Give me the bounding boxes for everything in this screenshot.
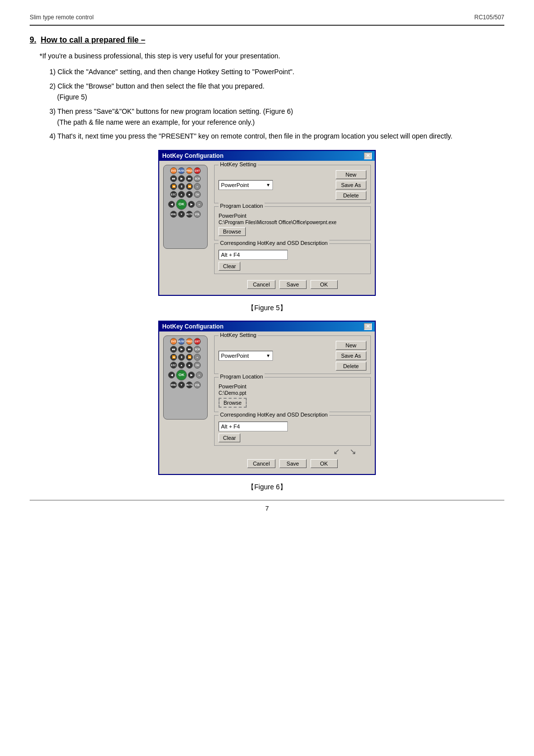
remote-esc-btn: ESC [170, 191, 177, 198]
figure6-delete-button[interactable]: Delete [336, 362, 366, 371]
figure6-save-button[interactable]: Save [279, 459, 307, 468]
remote-ok-btn: OK [176, 199, 187, 210]
page-header: Slim type remote control RC105/507 [30, 10, 504, 26]
remote2-next-btn: ⏭ [186, 346, 193, 353]
figure5-footer: Cancel Save OK [214, 277, 371, 291]
remote2-right-btn: ▶ [188, 372, 195, 378]
figure6-wrapper: HotKey Configuration ✕ DVD MUSIC PRES EX… [30, 321, 504, 475]
remote-rew-btn: ⏪ [170, 183, 177, 190]
remote-pause-btn: ⏸ [178, 183, 185, 190]
remote2-rew-btn: ⏪ [170, 354, 177, 361]
remote-right-btn: ▶ [188, 201, 195, 208]
remote-row-6: MNU ▼ MUTE VOL [170, 211, 201, 218]
remote-row-1: DVD MUSIC PRES EXIT [170, 167, 201, 174]
figure5-corresponding-inner: Alt + F4 Clear [219, 250, 366, 271]
figure5-new-button[interactable]: New [336, 170, 366, 179]
remote2-esc-btn: ESC [170, 362, 177, 369]
figure6-program-name: PowerPoint [219, 383, 366, 389]
figure6-clear-button[interactable]: Clear [219, 433, 240, 442]
remote-present-btn: PRES [186, 167, 193, 174]
figure6-hotkey-row: PowerPoint ▼ New Save As Delete [219, 341, 366, 371]
arrow-down2-icon: ↘ [350, 447, 356, 456]
figure6-program-path: C:\Demo.ppt [219, 390, 366, 396]
figure5-program-label: Program Location [219, 203, 265, 209]
remote-graphic: DVD MUSIC PRES EXIT ⏮ ▶ ⏭ SCR [163, 165, 208, 249]
figure6-save-as-button[interactable]: Save As [336, 351, 366, 360]
figure6-dropdown[interactable]: PowerPoint ▼ [219, 351, 273, 361]
figure6-program-group: Program Location PowerPoint C:\Demo.ppt … [214, 377, 371, 412]
figure6-cancel-button[interactable]: Cancel [247, 459, 275, 468]
figure5-cancel-button[interactable]: Cancel [247, 280, 275, 289]
remote-music-btn: MUSIC [178, 167, 185, 174]
figure6-title: HotKey Configuration [162, 323, 223, 330]
step-4: 4) That's it, next time you press the "P… [49, 131, 504, 142]
remote-row-3: ⏪ ⏸ ⏩ + [170, 183, 201, 190]
figure6-hotkey-label: HotKey Setting [219, 332, 258, 338]
remote2-present-btn: PRES [186, 338, 193, 345]
remote-ch-btn: CH [194, 191, 201, 198]
figure5-ok-button[interactable]: OK [311, 280, 338, 289]
remote-zoom-btn: + [194, 183, 201, 190]
figure5-title: HotKey Configuration [162, 152, 223, 159]
remote-dvd-btn: DVD [170, 167, 177, 174]
step-3: 3) Then press "Save"&"OK" buttons for ne… [49, 106, 504, 128]
steps-list: 1) Click the "Advance" setting, and then… [49, 66, 504, 142]
remote-vol-btn: VOL [194, 211, 201, 218]
remote-left-btn: ◀ [168, 201, 175, 208]
remote-play-btn: ▶ [178, 175, 185, 182]
remote2-blank-btn: ■ [186, 362, 193, 369]
figure5-close-button[interactable]: ✕ [364, 152, 372, 159]
remote2-row-5: ◀ OK ▶ + [168, 370, 203, 380]
figure5-label: 【Figure 5】 [30, 304, 504, 313]
figure5-browse-button[interactable]: Browse [219, 227, 246, 236]
figure5-program-group: Program Location PowerPoint C:\Program F… [214, 206, 371, 240]
figure5-dropdown[interactable]: PowerPoint ▼ [219, 180, 273, 190]
remote2-zoom2-btn: + [196, 372, 203, 378]
section-title-text: How to call a prepared file [41, 36, 138, 44]
figure5-body: DVD MUSIC PRES EXIT ⏮ ▶ ⏭ SCR [159, 161, 375, 295]
remote-blank-btn: ■ [186, 191, 193, 198]
figure6-browse-button[interactable]: Browse [219, 398, 247, 408]
figure5-save-as-button[interactable]: Save As [336, 181, 366, 189]
figure6-label: 【Figure 6】 [30, 483, 504, 492]
figure6-ok-button[interactable]: OK [311, 459, 338, 468]
figure5-hotkey-input[interactable]: Alt + F4 [219, 250, 288, 260]
remote-down-btn: ▼ [178, 211, 185, 218]
figure5-program-inner: PowerPoint C:\Program Files\Microsoft Of… [219, 213, 366, 237]
figure6-arrows: ↙ ↘ [214, 447, 356, 456]
figure5-save-button[interactable]: Save [279, 280, 307, 289]
remote2-row-6: MNU ▼ MUTE VOL [170, 381, 201, 388]
figure6-corresponding-label: Corresponding HotKey and OSD Description [219, 412, 329, 418]
remote-up-btn: ▲ [178, 191, 185, 198]
dropdown-arrow-icon: ▼ [266, 183, 270, 188]
remote-zoom2-btn: + [196, 201, 203, 208]
remote2-row-3: ⏪ ⏸ ⏩ + [170, 354, 201, 361]
remote2-ok-btn: OK [176, 370, 187, 380]
figure6-body: DVD MUSIC PRES EXIT ⏮ ▶ ⏭ SCR ⏪ [159, 331, 375, 474]
figure6-program-label: Program Location [219, 374, 265, 379]
remote-fwd-btn: ⏩ [186, 183, 193, 190]
intro-text: *If you're a business professional, this… [40, 50, 504, 61]
remote2-zoom-btn: + [194, 354, 201, 361]
figure6-hotkey-input[interactable]: Alt + F4 [219, 422, 288, 431]
remote2-dvd-btn: DVD [170, 338, 177, 345]
figure5-corresponding-label: Corresponding HotKey and OSD Description [219, 240, 329, 246]
dropdown2-arrow-icon: ▼ [266, 353, 270, 358]
figure5-titlebar: HotKey Configuration ✕ [159, 151, 375, 161]
figure6-corresponding-group: Corresponding HotKey and OSD Description… [214, 415, 371, 446]
remote2-music-btn: MUSIC [178, 338, 185, 345]
figure5-delete-button[interactable]: Delete [336, 191, 366, 200]
remote-row-5: ◀ OK ▶ + [168, 199, 203, 210]
figure5-corresponding-group: Corresponding HotKey and OSD Description… [214, 243, 371, 274]
figure6-corresponding-inner: Alt + F4 Clear [219, 422, 366, 442]
remote2-ch-btn: CH [194, 362, 201, 369]
figure6-program-inner: PowerPoint C:\Demo.ppt Browse [219, 383, 366, 409]
figure6-footer: Cancel Save OK [214, 456, 371, 470]
remote-row-4: ESC ▲ ■ CH [170, 191, 201, 198]
figure6-new-button[interactable]: New [336, 341, 366, 350]
figure6-remote-panel: DVD MUSIC PRES EXIT ⏮ ▶ ⏭ SCR ⏪ [163, 335, 210, 470]
figure6-btn-column: New Save As Delete [336, 341, 366, 371]
figure5-clear-button[interactable]: Clear [219, 262, 240, 271]
figure6-close-button[interactable]: ✕ [364, 323, 372, 330]
remote2-down-btn: ▼ [178, 381, 185, 388]
